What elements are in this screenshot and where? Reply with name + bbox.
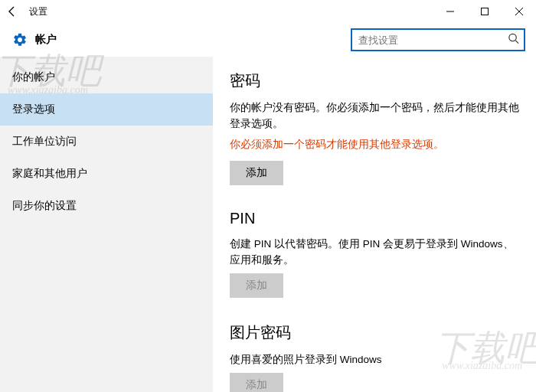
search-wrap [351, 28, 525, 51]
close-button[interactable] [502, 0, 536, 23]
picture-desc: 使用喜爱的照片登录到 Windows [230, 352, 519, 368]
picture-add-button: 添加 [230, 373, 283, 392]
sidebar-item-your-account[interactable]: 你的帐户 [0, 61, 213, 93]
password-warning: 你必须添加一个密码才能使用其他登录选项。 [230, 137, 519, 153]
password-add-button[interactable]: 添加 [230, 161, 283, 185]
sidebar-item-label: 你的帐户 [12, 70, 55, 84]
sidebar-item-work-access[interactable]: 工作单位访问 [0, 126, 213, 158]
back-button[interactable] [0, 0, 25, 23]
pin-title: PIN [230, 210, 519, 227]
maximize-button[interactable] [467, 0, 502, 23]
sidebar-item-label: 同步你的设置 [12, 199, 77, 213]
maximize-icon [481, 8, 489, 15]
minimize-button[interactable] [433, 0, 467, 23]
titlebar: 设置 [0, 0, 536, 23]
arrow-left-icon [6, 5, 18, 18]
minimize-icon [446, 8, 454, 15]
sidebar-item-sync-settings[interactable]: 同步你的设置 [0, 190, 213, 222]
body: 你的帐户 登录选项 工作单位访问 家庭和其他用户 同步你的设置 密码 你的帐户没… [0, 57, 536, 392]
sidebar-item-family-users[interactable]: 家庭和其他用户 [0, 158, 213, 190]
sidebar-item-label: 登录选项 [12, 103, 55, 116]
search-input[interactable] [351, 28, 525, 51]
pin-desc: 创建 PIN 以代替密码。使用 PIN 会更易于登录到 Windows、应用和服… [230, 237, 519, 269]
sidebar: 你的帐户 登录选项 工作单位访问 家庭和其他用户 同步你的设置 [0, 57, 213, 392]
picture-title: 图片密码 [230, 322, 519, 343]
page-title: 帐户 [35, 33, 57, 47]
content: 密码 你的帐户没有密码。你必须添加一个密码，然后才能使用其他登录选项。 你必须添… [213, 57, 536, 392]
sidebar-item-signin-options[interactable]: 登录选项 [0, 93, 213, 126]
pin-add-button: 添加 [230, 273, 283, 298]
header: 帐户 [0, 23, 536, 57]
settings-icon [12, 32, 28, 47]
sidebar-item-label: 家庭和其他用户 [12, 167, 87, 181]
password-title: 密码 [230, 70, 519, 91]
gear-icon [12, 32, 28, 47]
window-controls [433, 0, 536, 23]
close-icon [515, 8, 523, 15]
window-title: 设置 [29, 5, 47, 18]
password-desc: 你的帐户没有密码。你必须添加一个密码，然后才能使用其他登录选项。 [230, 100, 519, 132]
svg-rect-0 [481, 8, 488, 15]
sidebar-item-label: 工作单位访问 [12, 135, 77, 149]
